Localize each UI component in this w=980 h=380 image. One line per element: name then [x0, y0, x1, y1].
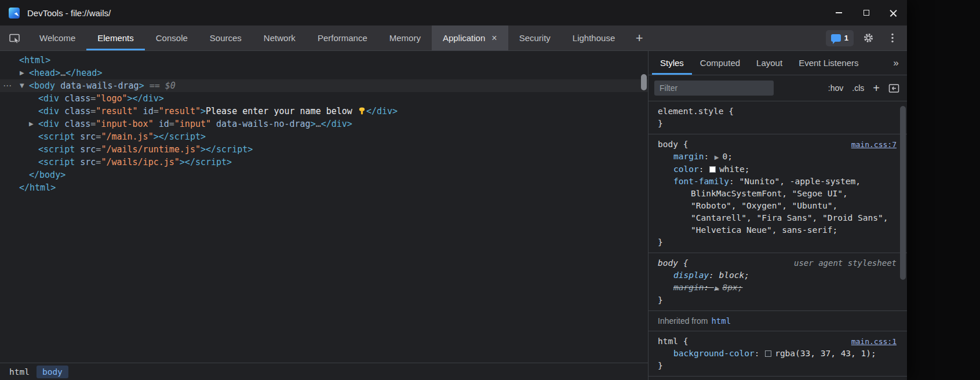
- stylesheet-link[interactable]: main.css:1: [851, 335, 897, 348]
- css-property-line[interactable]: display: block;: [658, 269, 897, 282]
- css-property-line[interactable]: "Helvetica Neue", sans-serif;: [658, 224, 897, 236]
- dom-tree-line[interactable]: ⋯▼<body data-wails-drag> == $0: [0, 79, 648, 92]
- styles-toolbar: :hov .cls +: [649, 75, 907, 101]
- token-aval: "input-box": [96, 119, 153, 129]
- devtools-logo-icon: [9, 8, 20, 19]
- dom-tree-line[interactable]: <script src="/wails/ipc.js"></script>: [0, 156, 648, 169]
- css-property-line[interactable]: "Cantarell", "Fira Sans", "Droid Sans",: [658, 212, 897, 224]
- tab-lighthouse[interactable]: Lighthouse: [562, 25, 626, 50]
- tab-performance[interactable]: Performance: [307, 25, 378, 50]
- shorthand-expander-icon[interactable]: ▶: [715, 154, 719, 160]
- dom-tree-line[interactable]: </body>: [0, 169, 648, 181]
- css-property-line[interactable]: margin: ▶8px;: [658, 282, 897, 294]
- tab-label: Console: [156, 33, 188, 43]
- dom-tree-line[interactable]: <div class="logo"></div>: [0, 92, 648, 105]
- token-aval: "result": [159, 106, 201, 116]
- inspect-element-button[interactable]: [0, 25, 28, 50]
- elements-panel: <html>▶<head>…</head>⋯▼<body data-wails-…: [0, 51, 649, 380]
- sidebar-tab-computed[interactable]: Computed: [692, 51, 748, 75]
- sidebar-tab-layout[interactable]: Layout: [748, 51, 790, 75]
- titlebar[interactable]: DevTools - file://wails/: [0, 0, 907, 25]
- selector[interactable]: element.style {: [658, 105, 734, 118]
- pseudo-state-toggle[interactable]: :hov: [828, 83, 843, 93]
- css-property-line[interactable]: BlinkMacSystemFont, "Segoe UI",: [658, 188, 897, 200]
- close-brace: }: [658, 294, 897, 306]
- tab-security[interactable]: Security: [508, 25, 562, 50]
- token-eq: =: [154, 106, 159, 116]
- breadcrumb-item-html[interactable]: html: [3, 366, 35, 378]
- styles-content: element.style {}body {main.css:7margin: …: [649, 101, 907, 380]
- tab-elements[interactable]: Elements: [86, 25, 145, 50]
- selector[interactable]: body {: [658, 138, 688, 151]
- menu-button[interactable]: [883, 28, 902, 48]
- token-cssval: "Roboto", "Oxygen", "Ubuntu",: [691, 201, 837, 210]
- shorthand-expander-icon[interactable]: ▶: [715, 285, 719, 291]
- css-property-line[interactable]: background-color: rgba(33, 37, 43, 1);: [658, 348, 897, 360]
- token-eq: =: [90, 119, 96, 129]
- dom-tree-line[interactable]: ▶<head>…</head>: [0, 67, 648, 79]
- open-brace: {: [678, 258, 688, 268]
- stylesheet-link[interactable]: main.css:7: [851, 138, 897, 151]
- token-tag: ></script>: [154, 131, 206, 142]
- notifications-badge[interactable]: 1: [826, 30, 854, 46]
- token-attr: id: [138, 106, 154, 116]
- dom-tree-line[interactable]: </html>: [0, 181, 648, 194]
- dom-tree-line[interactable]: <html>: [0, 54, 648, 67]
- expand-arrow-icon[interactable]: ▼: [20, 79, 24, 92]
- minimize-button[interactable]: [825, 0, 853, 25]
- dom-tree-line[interactable]: ▶<div class="input-box" id="input" data-…: [0, 118, 648, 130]
- notification-count: 1: [844, 34, 848, 42]
- computed-sidebar-toggle-button[interactable]: [888, 83, 899, 93]
- close-button[interactable]: [880, 0, 907, 25]
- styles-filter-input[interactable]: [654, 81, 774, 96]
- overflow-tabs-button[interactable]: »: [885, 51, 907, 75]
- open-brace: {: [678, 140, 688, 149]
- token-tag: </head>: [65, 68, 102, 78]
- color-swatch[interactable]: [709, 166, 716, 173]
- color-swatch[interactable]: [765, 350, 771, 357]
- token-prop: margin: [673, 152, 704, 161]
- more-actions-icon[interactable]: ⋯: [3, 79, 12, 92]
- tab-welcome[interactable]: Welcome: [28, 25, 86, 50]
- inherited-from-label: Inherited from: [658, 316, 708, 326]
- more-tools-button[interactable]: +: [626, 25, 653, 50]
- css-property-line[interactable]: color: white;: [658, 163, 897, 176]
- element-class-toggle[interactable]: .cls: [852, 83, 864, 93]
- token-tag: </body>: [29, 170, 65, 180]
- css-property-line[interactable]: font-family: "Nunito", -apple-system,: [658, 176, 897, 188]
- token-tag: ></script>: [201, 144, 253, 155]
- expand-arrow-icon[interactable]: ▶: [29, 118, 34, 130]
- tab-sources[interactable]: Sources: [199, 25, 253, 50]
- ua-stylesheet-label: user agent stylesheet: [794, 257, 897, 269]
- expand-arrow-icon[interactable]: ▶: [20, 67, 24, 79]
- selector[interactable]: html {: [658, 335, 688, 348]
- breadcrumb-item-body[interactable]: body: [37, 366, 68, 378]
- settings-button[interactable]: [858, 28, 878, 48]
- dom-tree-line[interactable]: <script src="/wails/runtime.js"></script…: [0, 143, 648, 156]
- tab-application[interactable]: Application×: [432, 25, 508, 50]
- dom-tree-line[interactable]: <script src="/main.js"></script>: [0, 130, 648, 143]
- selector[interactable]: body {: [658, 257, 688, 269]
- window-controls: [825, 0, 907, 25]
- css-property-line[interactable]: margin: ▶0;: [658, 151, 897, 163]
- tab-network[interactable]: Network: [253, 25, 307, 50]
- tab-label: Application: [443, 33, 485, 43]
- sidebar-tab-styles[interactable]: Styles: [652, 51, 692, 75]
- dom-tree-line[interactable]: <div class="result" id="result">Please e…: [0, 105, 648, 118]
- close-tab-icon[interactable]: ×: [491, 34, 497, 43]
- new-style-rule-button[interactable]: +: [873, 82, 880, 94]
- kebab-menu-icon: [887, 32, 898, 43]
- sidebar-tab-event-listeners[interactable]: Event Listeners: [790, 51, 866, 75]
- token-aval: "/wails/runtime.js": [101, 144, 201, 155]
- maximize-button[interactable]: [853, 0, 880, 25]
- tab-memory[interactable]: Memory: [378, 25, 432, 50]
- close-brace: }: [658, 236, 897, 249]
- node-link-html[interactable]: html: [711, 316, 731, 326]
- scrollbar-thumb[interactable]: [900, 106, 906, 280]
- tab-console[interactable]: Console: [145, 25, 199, 50]
- tab-label: Welcome: [39, 33, 75, 43]
- scrollbar-thumb[interactable]: [641, 74, 647, 90]
- gear-icon: [863, 32, 874, 43]
- css-property-line[interactable]: "Roboto", "Oxygen", "Ubuntu",: [658, 200, 897, 212]
- token-colon: :: [704, 283, 713, 292]
